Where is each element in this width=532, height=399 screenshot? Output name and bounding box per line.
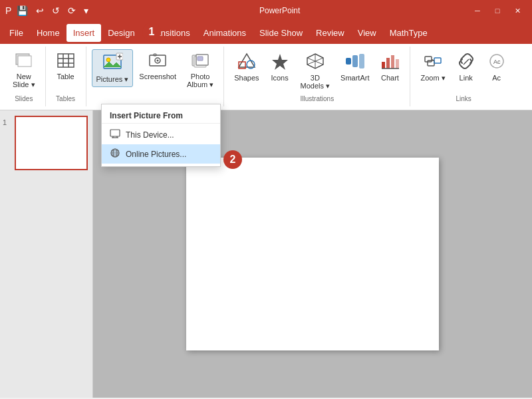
svg-rect-34 [396,59,399,68]
menu-slideshow[interactable]: Slide Show [253,24,309,42]
dropdown-header: Insert Picture From [102,107,220,124]
images-group-items: Pictures ▾ Screenshot [92,49,219,101]
svg-rect-33 [391,55,394,68]
menu-file[interactable]: File [3,24,30,42]
svg-line-40 [464,59,469,65]
ribbon: NewSlide ▾ Slides [0,44,532,110]
menu-insert[interactable]: Insert [66,24,102,42]
shapes-label: Shapes [234,74,259,82]
svg-rect-29 [352,55,358,67]
menu-mathtype[interactable]: MathType [383,24,434,42]
menu-view[interactable]: View [351,24,383,42]
svg-point-14 [157,60,159,62]
this-device-label: This Device... [126,130,174,140]
repeat-btn[interactable]: ⟳ [65,4,78,17]
pictures-icon [102,53,123,74]
link-btn[interactable]: Link [452,49,481,85]
pictures-label: Pictures ▾ [96,75,129,84]
step1-badge: 1 [142,23,161,41]
online-pictures-item[interactable]: Online Pictures... [102,144,220,164]
shapes-btn[interactable]: Shapes [229,49,263,85]
undo-btn[interactable]: ↩ [33,4,47,17]
link-icon [457,53,475,72]
pictures-btn[interactable]: Pictures ▾ [92,49,134,87]
title-text: PowerPoint [95,6,464,15]
links-group-items: Zoom ▾ Link [416,49,511,94]
step2-badge: 2 [223,150,242,169]
svg-rect-43 [110,130,120,136]
action-icon: Ac [487,53,506,72]
svg-rect-19 [198,57,203,61]
title-bar: P 💾 ↩ ↺ ⟳ ▾ PowerPoint ─ □ ✕ [0,0,532,21]
illustrations-group-label: Illustrations [301,94,334,104]
slide-number-1: 1 [3,116,12,126]
action-label: Ac [492,74,501,82]
smartart-label: SmartArt [340,74,369,82]
device-icon [110,129,120,140]
new-slide-btn[interactable]: NewSlide ▾ [8,49,40,92]
screenshot-icon [148,53,167,71]
svg-rect-36 [425,57,432,62]
zoom-label: Zoom ▾ [420,74,445,82]
menu-review[interactable]: Review [309,24,351,42]
svg-marker-23 [272,54,288,70]
app-icon: P [5,5,11,16]
chart-btn[interactable]: Chart [375,49,404,85]
maximize-btn[interactable]: □ [488,3,507,18]
photo-album-btn[interactable]: PhotoAlbum ▾ [182,49,218,92]
icons-icon [271,53,289,72]
shapes-icon [237,53,256,72]
app-body: 1 [0,110,532,398]
action-btn[interactable]: Ac Ac [482,49,511,85]
screenshot-label: Screenshot [139,72,176,80]
online-pictures-label: Online Pictures... [126,150,186,159]
title-bar-controls: P 💾 ↩ ↺ ⟳ ▾ [5,4,91,17]
customize-btn[interactable]: ▾ [81,4,91,17]
table-icon [57,53,75,71]
zoom-btn[interactable]: Zoom ▾ [416,49,450,86]
ribbon-group-images: Pictures ▾ Screenshot [86,47,225,106]
3d-models-icon [306,53,325,72]
table-btn[interactable]: Table [51,49,80,84]
svg-rect-28 [346,58,351,65]
illustrations-group-items: Shapes Icons [229,49,404,94]
svg-rect-1 [18,56,31,66]
redo-btn[interactable]: ↺ [49,4,63,17]
3d-models-label: 3DModels ▾ [301,74,331,90]
photo-album-label: PhotoAlbum ▾ [187,72,213,89]
chart-label: Chart [381,74,399,82]
slide-canvas[interactable] [186,158,439,350]
new-slide-label: NewSlide ▾ [13,72,35,89]
new-slide-icon [15,53,33,71]
smartart-icon [344,53,366,72]
zoom-icon [424,53,442,72]
smartart-btn[interactable]: SmartArt [336,49,374,85]
menu-bar: File Home Insert 1 Design Transitions An… [0,21,532,44]
online-icon [110,148,120,160]
tables-group-label: Tables [56,94,75,104]
tables-group-items: Table [51,49,80,94]
svg-rect-37 [428,61,434,66]
window-buttons: ─ □ ✕ [468,3,527,18]
link-label: Link [460,74,473,82]
icons-btn[interactable]: Icons [265,49,295,85]
this-device-item[interactable]: This Device... [102,125,220,144]
close-btn[interactable]: ✕ [508,3,527,18]
ribbon-group-illustrations: Shapes Icons [224,47,410,106]
svg-rect-2 [58,54,74,67]
save-btn[interactable]: 💾 [14,4,31,17]
slide-thumb-1[interactable] [15,116,88,170]
svg-text:Ac: Ac [493,59,501,65]
screenshot-btn[interactable]: Screenshot [134,49,181,84]
menu-home[interactable]: Home [30,24,66,42]
minimize-btn[interactable]: ─ [468,3,487,18]
svg-rect-30 [359,54,364,68]
icons-label: Icons [271,74,288,82]
menu-design[interactable]: Design [101,24,141,42]
svg-rect-31 [382,62,385,68]
ribbon-group-tables: Table Tables [46,47,86,106]
svg-point-8 [106,58,110,62]
menu-animations[interactable]: Animations [197,24,253,42]
3d-models-btn[interactable]: 3DModels ▾ [296,49,335,94]
svg-rect-38 [434,58,441,63]
